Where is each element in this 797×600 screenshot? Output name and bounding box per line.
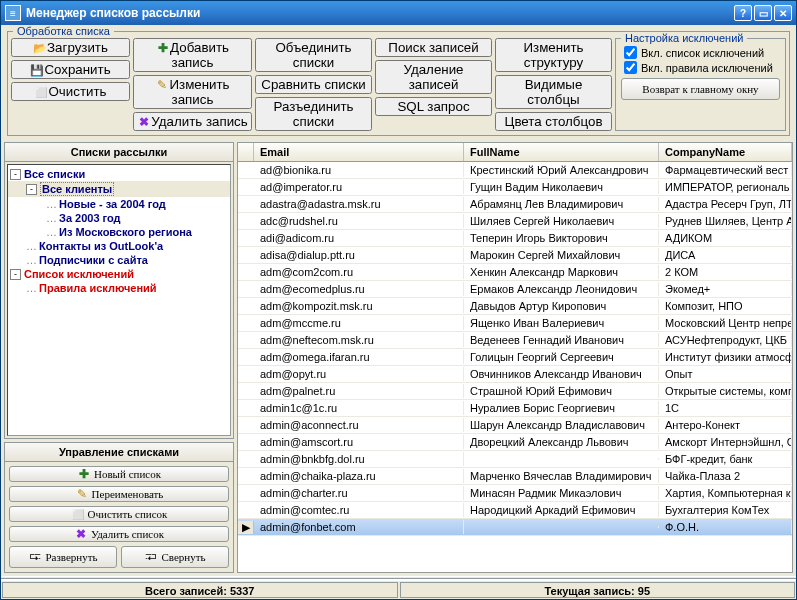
compare-lists-button[interactable]: Сравнить списки [255, 75, 372, 94]
cell-company: АСУНефтепродукт, ЦКБ [659, 333, 792, 347]
lists-panel: Списки рассылки -Все списки-Все клиенты…… [4, 142, 234, 439]
expand-all-button[interactable]: Развернуть [9, 546, 117, 568]
add-record-button[interactable]: Добавить запись [133, 38, 252, 72]
merge-lists-button[interactable]: Объединить списки [255, 38, 372, 72]
table-row[interactable]: adm@opyt.ruОвчинников Александр Иванович… [238, 366, 792, 383]
tree-item[interactable]: …Контакты из OutLook'а [8, 239, 230, 253]
cell-company: Бухгалтерия КомТех [659, 503, 792, 517]
lists-header: Списки рассылки [5, 143, 233, 162]
col-fullname[interactable]: FullName [464, 143, 659, 161]
delete-records-button[interactable]: Удаление записей [375, 60, 492, 94]
tree-label: За 2003 год [59, 212, 121, 224]
load-button[interactable]: Загрузить [11, 38, 130, 57]
table-row[interactable]: ▶admin@fonbet.comФ.О.Н. [238, 519, 792, 536]
exclusion-list-checkbox[interactable] [624, 46, 637, 59]
split-lists-button[interactable]: Разъединить списки [255, 97, 372, 131]
table-row[interactable]: admin1c@1c.ruНуралиев Борис Георгиевич1С [238, 400, 792, 417]
help-button[interactable]: ? [734, 5, 752, 21]
tree-item[interactable]: -Все списки [8, 167, 230, 181]
table-row[interactable]: adc@rudshel.ruШиляев Сергей НиколаевичРу… [238, 213, 792, 230]
column-colors-button[interactable]: Цвета столбцов [495, 112, 612, 131]
table-row[interactable]: admin@aconnect.ruШарун Александр Владисл… [238, 417, 792, 434]
search-records-button[interactable]: Поиск записей [375, 38, 492, 57]
lists-tree[interactable]: -Все списки-Все клиенты…Новые - за 2004 … [7, 164, 231, 436]
col-company[interactable]: CompanyName [659, 143, 792, 161]
visible-columns-button[interactable]: Видимые столбцы [495, 75, 612, 109]
tree-item[interactable]: …Новые - за 2004 год [8, 197, 230, 211]
grid-body[interactable]: ad@bionika.ruКрестинский Юрий Александро… [238, 162, 792, 572]
table-row[interactable]: ad@bionika.ruКрестинский Юрий Александро… [238, 162, 792, 179]
cell-fullname: Дворецкий Александр Львович [464, 435, 659, 449]
table-row[interactable]: admin@amscort.ruДворецкий Александр Льво… [238, 434, 792, 451]
table-row[interactable]: admin@bnkbfg.dol.ruБФГ-кредит, банк [238, 451, 792, 468]
tree-item[interactable]: …За 2003 год [8, 211, 230, 225]
cell-fullname: Давыдов Артур Киропович [464, 299, 659, 313]
table-row[interactable]: adm@palnet.ruСтрашной Юрий ЕфимовичОткры… [238, 383, 792, 400]
table-row[interactable]: adm@com2com.ruХенкин Александр Маркович2… [238, 264, 792, 281]
tree-item[interactable]: -Все клиенты [8, 181, 230, 197]
clear-list-button[interactable]: Очистить список [9, 506, 229, 522]
edit-icon [155, 78, 169, 92]
new-list-button[interactable]: Новый список [9, 466, 229, 482]
delete-list-button[interactable]: Удалить список [9, 526, 229, 542]
cell-fullname: Теперин Игорь Викторович [464, 231, 659, 245]
cell-fullname: Минасян Радмик Микаэлович [464, 486, 659, 500]
cell-email: adm@palnet.ru [254, 384, 464, 398]
save-button[interactable]: Сохранить [11, 60, 130, 79]
tree-label: Контакты из OutLook'а [39, 240, 163, 252]
cell-email: admin@fonbet.com [254, 520, 464, 534]
table-row[interactable]: adastra@adastra.msk.ruАбрамянц Лев Влади… [238, 196, 792, 213]
cell-company: Руднев Шиляев, Центр А [659, 214, 792, 228]
titlebar: Менеджер списков рассылки ? ▭ ✕ [1, 1, 796, 25]
tree-expander[interactable]: - [10, 169, 21, 180]
table-row[interactable]: adm@ecomedplus.ruЕрмаков Александр Леони… [238, 281, 792, 298]
tree-item[interactable]: …Подписчики с сайта [8, 253, 230, 267]
cell-company: БФГ-кредит, банк [659, 452, 792, 466]
delete-record-button[interactable]: Удалить запись [133, 112, 252, 131]
cell-fullname: Марченко Вячеслав Владимирович [464, 469, 659, 483]
back-to-main-button[interactable]: Возврат к главному окну [621, 78, 780, 100]
exclusion-rules-checkbox[interactable] [624, 61, 637, 74]
minimize-button[interactable]: ▭ [754, 5, 772, 21]
col-email[interactable]: Email [254, 143, 464, 161]
table-row[interactable]: adm@neftecom.msk.ruВеденеев Геннадий Ива… [238, 332, 792, 349]
tree-item[interactable]: …Правила исключений [8, 281, 230, 295]
toolbar-group: Обработка списка Загрузить Сохранить Очи… [7, 31, 790, 136]
tree-expander[interactable]: - [10, 269, 21, 280]
status-current: Текущая запись: 95 [400, 582, 796, 598]
enable-exclusion-rules[interactable]: Вкл. правила исключений [616, 60, 785, 75]
tree-item[interactable]: -Список исключений [8, 267, 230, 281]
window-title: Менеджер списков рассылки [26, 6, 200, 20]
status-bar: Всего записей: 5337 Текущая запись: 95 [1, 579, 796, 599]
cell-fullname: Голицын Георгий Сергеевич [464, 350, 659, 364]
app-window: Менеджер списков рассылки ? ▭ ✕ Обработк… [0, 0, 797, 600]
table-row[interactable]: adisa@dialup.ptt.ruМарокин Сергей Михайл… [238, 247, 792, 264]
table-row[interactable]: adm@mccme.ruЯщенко Иван ВалериевичМосков… [238, 315, 792, 332]
clear-button[interactable]: Очистить [11, 82, 130, 101]
plus-icon [77, 467, 91, 481]
table-row[interactable]: adi@adicom.ruТеперин Игорь ВикторовичАДИ… [238, 230, 792, 247]
table-row[interactable]: admin@chaika-plaza.ruМарченко Вячеслав В… [238, 468, 792, 485]
sql-query-button[interactable]: SQL запрос [375, 97, 492, 116]
tree-item[interactable]: …Из Московского региона [8, 225, 230, 239]
app-icon [5, 5, 21, 21]
collapse-all-button[interactable]: Свернуть [121, 546, 229, 568]
tree-label: Список исключений [24, 268, 134, 280]
enable-exclusion-list[interactable]: Вкл. список исключений [616, 45, 785, 60]
close-button[interactable]: ✕ [774, 5, 792, 21]
cell-email: adm@com2com.ru [254, 265, 464, 279]
table-row[interactable]: ad@imperator.ruГущин Вадим НиколаевичИМП… [238, 179, 792, 196]
toolbar-title: Обработка списка [13, 25, 114, 37]
tree-expander[interactable]: - [26, 184, 37, 195]
table-row[interactable]: admin@comtec.ruНародицкий Аркадий Ефимов… [238, 502, 792, 519]
table-row[interactable]: adm@kompozit.msk.ruДавыдов Артур Киропов… [238, 298, 792, 315]
cell-company: АДИКОМ [659, 231, 792, 245]
table-row[interactable]: adm@omega.ifaran.ruГолицын Георгий Серге… [238, 349, 792, 366]
rename-list-button[interactable]: Переименовать [9, 486, 229, 502]
table-row[interactable]: admin@charter.ruМинасян Радмик Микаэлови… [238, 485, 792, 502]
cell-email: adi@adicom.ru [254, 231, 464, 245]
change-structure-button[interactable]: Изменить структуру [495, 38, 612, 72]
cell-company: Чайка-Плаза 2 [659, 469, 792, 483]
expand-icon [28, 550, 42, 564]
edit-record-button[interactable]: Изменить запись [133, 75, 252, 109]
